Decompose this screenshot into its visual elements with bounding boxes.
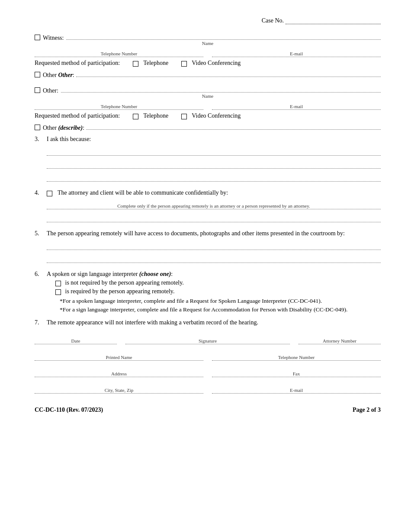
section6-note2: *For a sign language interpreter, comple…	[60, 306, 381, 313]
section6-option2-row: is required by the person appearing remo…	[55, 288, 381, 295]
section4-note: Complete only if the person appearing re…	[64, 203, 364, 208]
section3-lines	[47, 146, 381, 182]
sig-row3: Address Fax	[35, 368, 381, 377]
section6-opt2-label: is required by the person appearing remo…	[65, 288, 175, 295]
witness2-other-label: Other (describe):	[43, 125, 84, 131]
witness1-email-field: E-mail	[212, 48, 381, 57]
witness2-telephone-checkbox[interactable]	[133, 114, 138, 119]
sig-row1: Date Signature Attorney Number	[35, 335, 381, 344]
section3-content: I ask this because:	[47, 136, 381, 185]
section5-content: The person appearing remotely will have …	[47, 230, 381, 266]
witness2-tel-email-row: Telephone Number E-mail	[35, 100, 381, 110]
witness1-block: Witness: Name Telephone Number E-mail Re…	[35, 32, 381, 79]
witness1-email-label: E-mail	[290, 51, 303, 56]
section6-intro: A spoken or sign language interpreter	[47, 271, 138, 277]
section5-line2[interactable]	[47, 253, 381, 263]
witness1-video-checkbox[interactable]	[181, 61, 187, 67]
sig-row4: City, State, Zip E-mail	[35, 384, 381, 394]
witness1-other-checkbox[interactable]	[35, 72, 40, 77]
witness2-other-row: Other (describe):	[35, 122, 381, 131]
section6-content: A spoken or sign language interpreter (c…	[47, 271, 381, 315]
witness2-video-checkbox[interactable]	[181, 114, 187, 119]
section4-label: The attorney and client will be able to …	[58, 189, 228, 196]
section6-option1-row: is not required by the person appearing …	[55, 279, 381, 286]
email-field: E-mail	[212, 384, 381, 394]
address-field: Address	[35, 368, 203, 377]
witness2-video-option: Video Conferencing	[181, 112, 241, 119]
city-field: City, State, Zip	[35, 384, 203, 394]
footer-left: CC-DC-110 (Rev. 07/2023)	[35, 407, 103, 413]
witness1-telephone-option: Telephone	[133, 60, 168, 67]
case-no-line[interactable]	[286, 17, 381, 24]
witness1-participation-row: Requested method of participation: Telep…	[35, 60, 381, 67]
section4: 4. The attorney and client will be able …	[35, 189, 381, 226]
witness2-label: Other:	[43, 87, 58, 94]
witness2-participation-row: Requested method of participation: Telep…	[35, 112, 381, 119]
printed-name-label: Printed Name	[106, 355, 132, 360]
signature-block: Date Signature Attorney Number Printed N…	[35, 335, 381, 394]
section6-intro-row: A spoken or sign language interpreter (c…	[47, 271, 381, 278]
form-number: CC-DC-110	[35, 407, 65, 413]
section3: 3. I ask this because:	[35, 136, 381, 185]
section4-line1-wrap: Complete only if the person appearing re…	[47, 200, 381, 209]
witness2-email-field: E-mail	[212, 100, 381, 110]
witness1-other-line[interactable]	[76, 69, 381, 77]
section5: 5. The person appearing remotely will ha…	[35, 230, 381, 266]
section4-line2[interactable]	[47, 213, 381, 222]
section4-num: 4.	[35, 189, 47, 196]
section6-note1: *For a spoken language interpreter, comp…	[60, 298, 381, 304]
section5-num: 5.	[35, 230, 47, 237]
witness1-telephone-checkbox[interactable]	[133, 61, 138, 67]
case-no-label: Case No.	[262, 17, 284, 24]
witness1-telephone-label: Telephone	[143, 60, 168, 67]
page-content: Case No. Witness: Name Telephone Number …	[35, 17, 381, 413]
address-label: Address	[111, 371, 127, 376]
section7: 7. The remote appearance will not interf…	[35, 319, 381, 326]
section5-lines	[47, 240, 381, 263]
witness2-other-line[interactable]	[86, 122, 381, 130]
attorney-num-label: Attorney Number	[323, 338, 356, 343]
date-field: Date	[35, 335, 117, 344]
sig-row2: Printed Name Telephone Number	[35, 351, 381, 361]
attorney-num-field: Attorney Number	[299, 335, 381, 344]
witness2-name-label: Name	[202, 93, 213, 99]
witness1-checkbox-row: Witness:	[35, 32, 381, 42]
fax-field: Fax	[212, 368, 381, 377]
case-no-row: Case No.	[35, 17, 381, 24]
section7-text: The remote appearance will not interfere…	[47, 319, 258, 326]
witness1-video-option: Video Conferencing	[181, 60, 241, 67]
witness1-tel-label: Telephone Number	[101, 51, 137, 56]
footer: CC-DC-110 (Rev. 07/2023) Page 2 of 3	[35, 407, 381, 413]
witness2-other-checkbox[interactable]	[35, 125, 40, 130]
witness2-block: Other: Name Telephone Number E-mail Requ…	[35, 85, 381, 131]
witness1-label: Witness:	[43, 35, 64, 42]
section4-checkbox[interactable]	[47, 191, 52, 196]
witness1-other-label: Other Other:	[43, 72, 74, 79]
witness1-other-row: Other Other:	[35, 69, 381, 79]
witness2-name-row: Name	[35, 96, 381, 99]
witness1-tel-field: Telephone Number	[35, 48, 203, 57]
witness1-checkbox[interactable]	[35, 35, 40, 40]
witness1-tel-email-row: Telephone Number E-mail	[35, 48, 381, 57]
section5-line1[interactable]	[47, 240, 381, 250]
section3-line1[interactable]	[47, 146, 381, 156]
section6-opt2-checkbox[interactable]	[55, 289, 61, 295]
city-label: City, State, Zip	[105, 388, 134, 393]
section5-text: The person appearing remotely will have …	[47, 230, 345, 237]
signature-label: Signature	[199, 338, 217, 343]
witness2-tel-label: Telephone Number	[101, 104, 137, 109]
signature-field: Signature	[125, 335, 290, 344]
section6: 6. A spoken or sign language interpreter…	[35, 271, 381, 315]
witness2-tel-field: Telephone Number	[35, 100, 203, 110]
section3-line2[interactable]	[47, 159, 381, 169]
section6-num: 6.	[35, 271, 47, 278]
section3-line3[interactable]	[47, 172, 381, 182]
fax-label: Fax	[293, 371, 300, 376]
witness2-checkbox[interactable]	[35, 87, 40, 93]
section6-choose: (choose one)	[139, 271, 171, 277]
section7-num: 7.	[35, 319, 47, 326]
witness1-video-label: Video Conferencing	[192, 60, 241, 67]
sig-telephone-field: Telephone Number	[212, 351, 381, 361]
section6-opt1-checkbox[interactable]	[55, 281, 61, 286]
footer-right: Page 2 of 3	[353, 407, 381, 413]
